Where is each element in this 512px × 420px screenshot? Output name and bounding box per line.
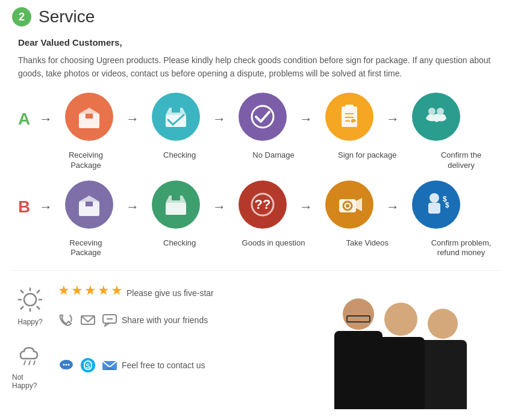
svg-marker-1 (79, 108, 99, 114)
arrow: → (386, 199, 399, 215)
svg-point-34 (24, 294, 36, 306)
step-b2 (143, 181, 209, 233)
svg-rect-21 (166, 203, 186, 215)
step-a5-icon (412, 93, 460, 141)
happy-label: Happy? (17, 318, 42, 326)
not-happy-label: Not Happy? (12, 373, 48, 390)
svg-rect-2 (85, 114, 93, 119)
label-a3: No Damage (242, 150, 306, 161)
intro-greeting: Dear Valued Customers, (18, 37, 494, 48)
phone-wave-icon (58, 312, 75, 329)
svg-line-47 (29, 361, 30, 365)
contact-label: Feel free to contact us (122, 360, 205, 370)
intro-block: Dear Valued Customers, Thanks for choosi… (12, 37, 500, 81)
not-happy-row: Not Happy? (12, 341, 301, 390)
row-b-letter: B (15, 197, 33, 217)
flow-row-b: B → → (15, 181, 497, 233)
svg-line-39 (20, 290, 23, 293)
step-b3: ?? (229, 181, 296, 233)
svg-rect-23 (172, 196, 180, 200)
star-2: ★ (71, 283, 83, 298)
label-a1: Receiving Package (54, 150, 118, 171)
svg-rect-7 (172, 108, 180, 113)
arrow: → (126, 111, 139, 127)
step-a5 (403, 93, 469, 146)
people-image (334, 283, 467, 409)
svg-rect-18 (85, 202, 93, 206)
happy-row: Happy? ★ ★ ★ ★ ★ Please give us five-sta… (12, 283, 301, 329)
page: 2 Service Dear Valued Customers, Thanks … (0, 0, 512, 420)
step-b5: $ $ (403, 181, 469, 233)
svg-point-29 (346, 204, 349, 208)
star-3: ★ (84, 283, 96, 298)
svg-point-15 (437, 108, 444, 115)
arrow: → (213, 199, 226, 215)
step-a2 (143, 93, 209, 146)
svg-rect-31 (428, 203, 440, 214)
contact-icons: S (58, 357, 118, 374)
bottom-section: Happy? ★ ★ ★ ★ ★ Please give us five-sta… (12, 270, 500, 409)
share-action: Share with your friends (58, 312, 214, 329)
svg-line-42 (20, 306, 23, 309)
svg-point-14 (428, 108, 436, 115)
bottom-right (301, 283, 500, 409)
label-a5: Confirm the delivery (429, 150, 493, 171)
svg-line-41 (37, 290, 40, 293)
contact-chat-icon (58, 357, 75, 374)
skype-icon: S (80, 357, 96, 374)
label-b5: Confirm problem,refund money (429, 238, 493, 259)
step-a3-icon (239, 93, 287, 141)
step-a1-icon (65, 93, 113, 141)
svg-point-30 (429, 193, 439, 203)
arrow: → (39, 199, 52, 215)
svg-point-52 (68, 364, 70, 366)
step-a3 (229, 93, 296, 146)
svg-line-46 (24, 361, 25, 365)
arrow: → (39, 111, 52, 127)
share-label: Share with your friends (122, 315, 208, 325)
step-b4 (316, 181, 382, 233)
step-b1 (56, 181, 122, 233)
svg-point-50 (63, 364, 65, 366)
svg-rect-10 (345, 105, 354, 108)
labels-row-b: Receving Package Checking Goods in quest… (15, 238, 497, 259)
step-b5-icon: $ $ (412, 181, 460, 229)
step-b3-icon: ?? (239, 181, 287, 229)
star-5: ★ (111, 283, 123, 298)
arrow: → (213, 111, 226, 127)
arrow: → (386, 111, 399, 127)
svg-point-51 (66, 364, 67, 366)
header: 2 Service (12, 7, 500, 26)
label-b2: Checking (148, 238, 212, 249)
share-icons (58, 312, 118, 329)
svg-text:??: ?? (255, 197, 271, 212)
step-a4-icon (325, 93, 373, 141)
svg-marker-27 (356, 198, 362, 211)
arrow: → (299, 111, 313, 127)
chat-icon (101, 312, 118, 329)
label-b4: Take Videos (335, 238, 399, 249)
happy-icon: Happy? (12, 285, 48, 326)
label-a4: Sign for package (335, 150, 399, 161)
person-3 (419, 309, 467, 409)
flow-section: A → → (12, 93, 500, 259)
label-b1: Receving Package (54, 238, 118, 259)
page-title: Service (39, 7, 95, 26)
five-star-label: Please give us five-star (126, 288, 214, 298)
not-happy-icon: Not Happy? (12, 341, 48, 390)
svg-line-40 (37, 306, 40, 309)
labels-row-a: Receiving Package Checking No Damage Sig… (15, 150, 497, 171)
svg-marker-17 (79, 196, 99, 202)
step-a1 (56, 93, 122, 146)
step-a2-icon (152, 93, 200, 141)
bottom-left: Happy? ★ ★ ★ ★ ★ Please give us five-sta… (12, 283, 301, 409)
arrow: → (299, 199, 313, 215)
svg-text:S: S (86, 362, 90, 369)
mail-icon (80, 312, 96, 329)
person-2 (376, 303, 425, 409)
email-contact-icon (101, 357, 118, 374)
label-a2: Checking (148, 150, 212, 161)
row-a-letter: A (15, 110, 33, 129)
star-4: ★ (98, 283, 110, 298)
star-icons: ★ ★ ★ ★ ★ (58, 283, 123, 298)
